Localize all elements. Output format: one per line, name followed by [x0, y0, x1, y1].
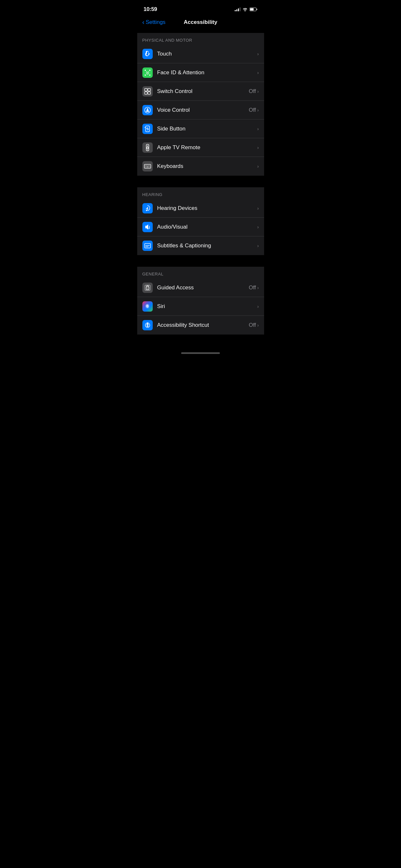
page-title: Accessibility — [184, 19, 217, 26]
svg-rect-36 — [145, 244, 150, 248]
svg-point-32 — [146, 210, 147, 211]
voice-control-row[interactable]: Voice Control Off › — [137, 101, 264, 120]
side-button-row[interactable]: Side Button › — [137, 120, 264, 138]
switch-control-value: Off — [249, 88, 256, 95]
audio-visual-icon — [143, 222, 153, 232]
svg-point-43 — [146, 305, 149, 308]
touch-row[interactable]: Touch › — [137, 44, 264, 63]
section-hearing-header: HEARING — [137, 187, 264, 199]
side-button-content: Side Button › — [157, 126, 259, 132]
hearing-group: Hearing Devices › Audio/Visual › — [137, 199, 264, 255]
siri-label: Siri — [157, 303, 165, 310]
voice-control-content: Voice Control Off › — [157, 107, 259, 113]
apple-tv-remote-label: Apple TV Remote — [157, 144, 201, 151]
svg-rect-4 — [149, 70, 150, 71]
keyboards-icon — [143, 161, 153, 172]
apple-tv-remote-right: › — [257, 145, 259, 150]
nav-bar: ‹ Settings Accessibility — [137, 16, 264, 30]
face-id-row[interactable]: Face ID & Attention › — [137, 63, 264, 82]
guided-access-label: Guided Access — [157, 284, 194, 291]
face-id-chevron-icon: › — [257, 70, 259, 75]
siri-icon — [143, 301, 153, 312]
home-indicator — [137, 347, 264, 359]
hearing-devices-content: Hearing Devices › — [157, 205, 259, 212]
svg-rect-5 — [145, 74, 146, 75]
subtitles-captioning-chevron-icon: › — [257, 243, 259, 248]
svg-rect-11 — [148, 89, 150, 91]
voice-control-value: Off — [249, 107, 256, 113]
face-id-right: › — [257, 70, 259, 75]
accessibility-shortcut-row[interactable]: Accessibility Shortcut Off › — [137, 316, 264, 335]
hearing-devices-chevron-icon: › — [257, 206, 259, 211]
hearing-devices-right: › — [257, 206, 259, 211]
siri-row[interactable]: Siri › — [137, 297, 264, 316]
guided-access-content: Guided Access Off › — [157, 284, 259, 291]
svg-point-15 — [147, 108, 148, 110]
back-chevron-icon: ‹ — [143, 19, 145, 26]
accessibility-shortcut-label: Accessibility Shortcut — [157, 322, 209, 329]
apple-tv-remote-content: Apple TV Remote › — [157, 144, 259, 151]
audio-visual-chevron-icon: › — [257, 224, 259, 229]
accessibility-shortcut-icon — [143, 320, 153, 330]
side-button-label: Side Button — [157, 126, 186, 132]
face-id-label: Face ID & Attention — [157, 69, 204, 76]
keyboards-row[interactable]: Keyboards › — [137, 157, 264, 176]
physical-motor-group: Touch › Face ID & Attention › — [137, 44, 264, 176]
subtitles-captioning-row[interactable]: Subtitles & Captioning › — [137, 237, 264, 255]
hearing-devices-icon — [143, 203, 153, 213]
accessibility-shortcut-content: Accessibility Shortcut Off › — [157, 322, 259, 329]
siri-content: Siri › — [157, 303, 259, 310]
svg-rect-6 — [149, 74, 150, 75]
audio-visual-content: Audio/Visual › — [157, 224, 259, 230]
touch-chevron-icon: › — [257, 51, 259, 57]
guided-access-row[interactable]: Guided Access Off › — [137, 278, 264, 297]
guided-access-icon — [143, 283, 153, 293]
svg-point-35 — [149, 228, 150, 228]
voice-control-right: Off › — [249, 107, 258, 113]
subtitles-captioning-label: Subtitles & Captioning — [157, 243, 211, 249]
section-physical-motor-label: PHYSICAL AND MOTOR — [143, 38, 192, 42]
voice-control-chevron-icon: › — [257, 107, 259, 113]
status-time: 10:59 — [144, 6, 157, 12]
back-button[interactable]: ‹ Settings — [143, 19, 166, 26]
battery-icon — [250, 7, 258, 11]
general-group: Guided Access Off › Siri — [137, 278, 264, 335]
siri-right: › — [257, 304, 259, 309]
touch-content: Touch › — [157, 51, 259, 57]
status-bar: 10:59 — [137, 0, 264, 16]
audio-visual-row[interactable]: Audio/Visual › — [137, 218, 264, 237]
face-id-content: Face ID & Attention › — [157, 69, 259, 76]
svg-marker-33 — [145, 224, 148, 229]
svg-point-19 — [147, 145, 148, 146]
home-bar — [181, 352, 220, 354]
keyboards-chevron-icon: › — [257, 164, 259, 169]
guided-access-chevron-icon: › — [257, 285, 259, 290]
audio-visual-right: › — [257, 224, 259, 229]
wifi-icon — [243, 7, 248, 11]
svg-rect-3 — [145, 70, 146, 71]
section-hearing-label: HEARING — [143, 192, 163, 197]
switch-control-row[interactable]: Switch Control Off › — [137, 82, 264, 101]
accessibility-shortcut-value: Off — [249, 322, 256, 329]
audio-visual-label: Audio/Visual — [157, 224, 188, 230]
side-button-chevron-icon: › — [257, 126, 259, 131]
face-id-icon — [143, 67, 153, 78]
hearing-devices-row[interactable]: Hearing Devices › — [137, 199, 264, 218]
keyboards-content: Keyboards › — [157, 163, 259, 169]
back-label: Settings — [146, 19, 165, 26]
section-general-header: GENERAL — [137, 267, 264, 278]
switch-control-icon — [143, 86, 153, 97]
guided-access-right: Off › — [249, 284, 258, 291]
subtitles-captioning-icon — [143, 241, 153, 251]
apple-tv-remote-row[interactable]: Apple TV Remote › — [137, 138, 264, 157]
apple-tv-remote-chevron-icon: › — [257, 145, 259, 150]
keyboards-right: › — [257, 164, 259, 169]
subtitles-captioning-right: › — [257, 243, 259, 248]
siri-chevron-icon: › — [257, 304, 259, 309]
accessibility-shortcut-chevron-icon: › — [257, 322, 259, 328]
side-button-icon — [143, 124, 153, 134]
svg-rect-10 — [145, 89, 147, 91]
svg-point-7 — [146, 71, 147, 72]
voice-control-icon — [143, 105, 153, 115]
svg-point-21 — [147, 148, 148, 148]
